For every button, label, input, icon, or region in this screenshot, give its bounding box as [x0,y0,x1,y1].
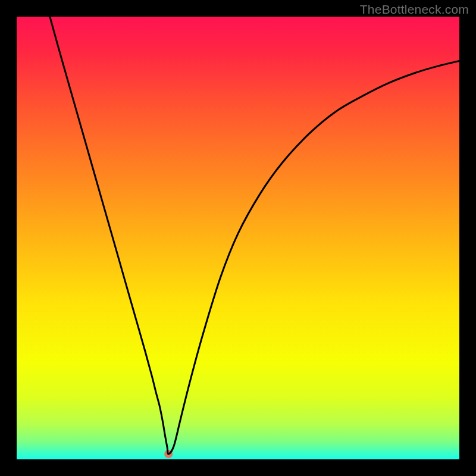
chart-frame [17,17,459,459]
chart-background [17,17,459,459]
watermark-text: TheBottleneck.com [360,2,469,17]
bottleneck-chart [17,17,459,459]
